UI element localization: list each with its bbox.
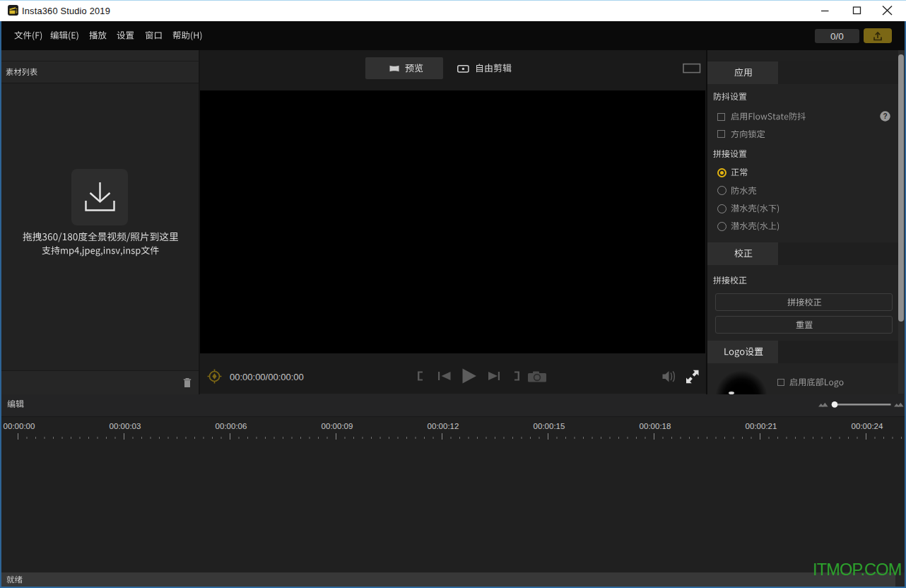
- svg-text:00:00:21: 00:00:21: [746, 422, 777, 430]
- svg-text:00:00:06: 00:00:06: [216, 422, 247, 430]
- svg-text:?: ?: [883, 112, 887, 120]
- svg-text:00:00:15: 00:00:15: [534, 422, 565, 430]
- svg-text:00:00:18: 00:00:18: [640, 422, 671, 430]
- svg-text:00:00:00: 00:00:00: [4, 422, 35, 430]
- svg-text:00:00:03: 00:00:03: [110, 422, 141, 430]
- svg-text:00:00:24: 00:00:24: [852, 422, 883, 430]
- svg-text:00:00:12: 00:00:12: [428, 422, 459, 430]
- svg-text:00:00:09: 00:00:09: [322, 422, 353, 430]
